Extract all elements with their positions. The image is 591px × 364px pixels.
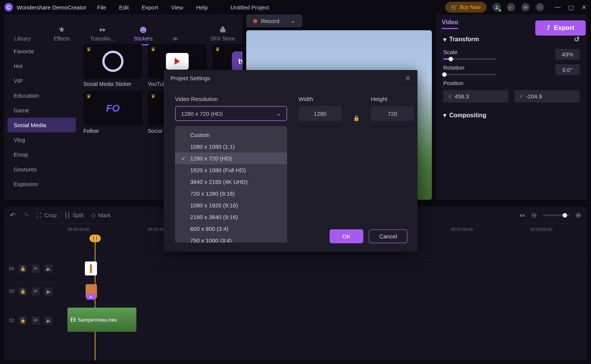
dialog-title: Project Settings (170, 75, 210, 81)
resolution-option[interactable]: 2160 x 3840 (9:16) (175, 211, 287, 223)
resolution-option[interactable]: 1080 x 1920 (9:16) (175, 199, 287, 211)
resolution-option[interactable]: 600 x 800 (3:4) (175, 223, 287, 235)
resolution-option[interactable]: Custom (175, 129, 287, 141)
ok-button[interactable]: OK (330, 229, 364, 243)
width-input[interactable]: 1280 (299, 106, 342, 121)
cancel-button[interactable]: Cancel (369, 229, 408, 243)
resolution-selected: 1280 x 720 (HD) (181, 110, 223, 117)
resolution-dropdown: Custom 1080 x 1080 (1:1) 1280 x 720 (HD)… (175, 126, 287, 243)
video-resolution-select[interactable]: 1280 x 720 (HD) ⌄ (175, 106, 287, 121)
height-label: Height (371, 96, 414, 102)
lock-icon[interactable]: 🔒 (353, 115, 360, 121)
width-label: Width (299, 96, 342, 102)
chevron-down-icon: ⌄ (276, 110, 281, 117)
resolution-option[interactable]: 720 x 1280 (9:16) (175, 188, 287, 199)
project-settings-dialog: Project Settings ✕ Video Resolution 1280… (164, 70, 417, 252)
resolution-option[interactable]: 1080 x 1080 (1:1) (175, 141, 287, 152)
close-icon[interactable]: ✕ (405, 74, 411, 82)
resolution-option[interactable]: 1920 x 1080 (Full HD) (175, 164, 287, 176)
video-resolution-label: Video Resolution (175, 96, 287, 102)
modal-overlay: Project Settings ✕ Video Resolution 1280… (0, 0, 591, 364)
resolution-option[interactable]: 3840 x 2160 (4K UHD) (175, 176, 287, 188)
resolution-option[interactable]: 750 x 1000 (3:4) (175, 235, 287, 243)
height-input[interactable]: 720 (371, 106, 414, 121)
resolution-option[interactable]: 1280 x 720 (HD) (175, 152, 287, 164)
